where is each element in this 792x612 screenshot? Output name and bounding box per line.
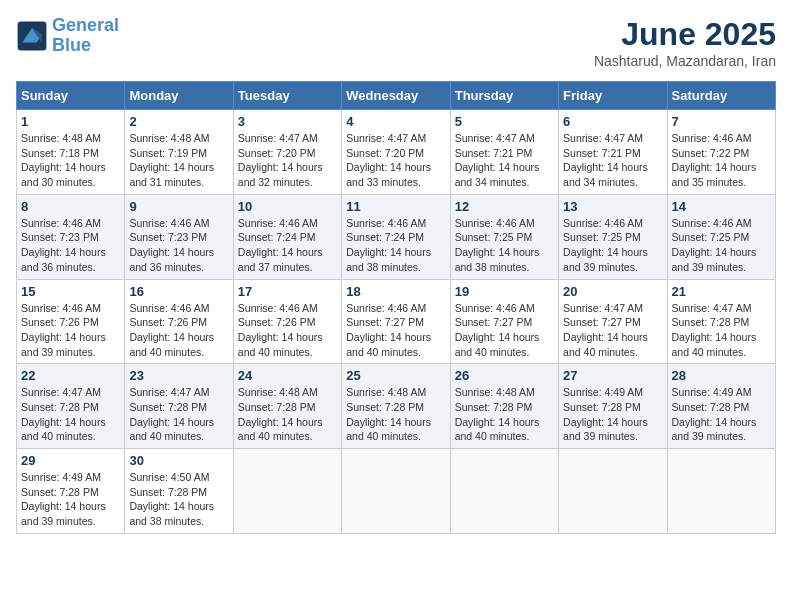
day-info: Sunrise: 4:47 AM Sunset: 7:21 PM Dayligh…	[563, 131, 662, 190]
day-number: 24	[238, 368, 337, 383]
weekday-header-thursday: Thursday	[450, 82, 558, 110]
calendar-day-23: 23Sunrise: 4:47 AM Sunset: 7:28 PM Dayli…	[125, 364, 233, 449]
calendar-day-26: 26Sunrise: 4:48 AM Sunset: 7:28 PM Dayli…	[450, 364, 558, 449]
day-number: 10	[238, 199, 337, 214]
day-number: 13	[563, 199, 662, 214]
day-info: Sunrise: 4:46 AM Sunset: 7:22 PM Dayligh…	[672, 131, 771, 190]
calendar-day-7: 7Sunrise: 4:46 AM Sunset: 7:22 PM Daylig…	[667, 110, 775, 195]
day-number: 14	[672, 199, 771, 214]
day-number: 20	[563, 284, 662, 299]
day-number: 23	[129, 368, 228, 383]
day-number: 12	[455, 199, 554, 214]
weekday-header-saturday: Saturday	[667, 82, 775, 110]
logo-text: General Blue	[52, 16, 119, 56]
calendar-day-13: 13Sunrise: 4:46 AM Sunset: 7:25 PM Dayli…	[559, 194, 667, 279]
day-info: Sunrise: 4:49 AM Sunset: 7:28 PM Dayligh…	[563, 385, 662, 444]
empty-cell	[342, 449, 450, 534]
day-info: Sunrise: 4:46 AM Sunset: 7:25 PM Dayligh…	[455, 216, 554, 275]
weekday-header-tuesday: Tuesday	[233, 82, 341, 110]
day-info: Sunrise: 4:47 AM Sunset: 7:27 PM Dayligh…	[563, 301, 662, 360]
weekday-header-sunday: Sunday	[17, 82, 125, 110]
weekday-header-monday: Monday	[125, 82, 233, 110]
calendar-day-29: 29Sunrise: 4:49 AM Sunset: 7:28 PM Dayli…	[17, 449, 125, 534]
day-info: Sunrise: 4:47 AM Sunset: 7:28 PM Dayligh…	[672, 301, 771, 360]
day-info: Sunrise: 4:46 AM Sunset: 7:25 PM Dayligh…	[563, 216, 662, 275]
day-info: Sunrise: 4:46 AM Sunset: 7:26 PM Dayligh…	[129, 301, 228, 360]
calendar-day-9: 9Sunrise: 4:46 AM Sunset: 7:23 PM Daylig…	[125, 194, 233, 279]
day-number: 26	[455, 368, 554, 383]
calendar-day-10: 10Sunrise: 4:46 AM Sunset: 7:24 PM Dayli…	[233, 194, 341, 279]
calendar-day-30: 30Sunrise: 4:50 AM Sunset: 7:28 PM Dayli…	[125, 449, 233, 534]
day-number: 9	[129, 199, 228, 214]
calendar-day-2: 2Sunrise: 4:48 AM Sunset: 7:19 PM Daylig…	[125, 110, 233, 195]
calendar-day-18: 18Sunrise: 4:46 AM Sunset: 7:27 PM Dayli…	[342, 279, 450, 364]
empty-cell	[559, 449, 667, 534]
day-number: 1	[21, 114, 120, 129]
day-number: 19	[455, 284, 554, 299]
calendar-day-8: 8Sunrise: 4:46 AM Sunset: 7:23 PM Daylig…	[17, 194, 125, 279]
day-info: Sunrise: 4:46 AM Sunset: 7:23 PM Dayligh…	[21, 216, 120, 275]
logo: General Blue	[16, 16, 119, 56]
calendar-day-3: 3Sunrise: 4:47 AM Sunset: 7:20 PM Daylig…	[233, 110, 341, 195]
calendar-day-17: 17Sunrise: 4:46 AM Sunset: 7:26 PM Dayli…	[233, 279, 341, 364]
day-number: 28	[672, 368, 771, 383]
page-header: General Blue June 2025 Nashtarud, Mazand…	[16, 16, 776, 69]
day-number: 21	[672, 284, 771, 299]
day-number: 5	[455, 114, 554, 129]
logo-icon	[16, 20, 48, 52]
month-title: June 2025	[594, 16, 776, 53]
day-info: Sunrise: 4:46 AM Sunset: 7:27 PM Dayligh…	[455, 301, 554, 360]
calendar-day-28: 28Sunrise: 4:49 AM Sunset: 7:28 PM Dayli…	[667, 364, 775, 449]
weekday-header-friday: Friday	[559, 82, 667, 110]
day-info: Sunrise: 4:48 AM Sunset: 7:18 PM Dayligh…	[21, 131, 120, 190]
day-info: Sunrise: 4:47 AM Sunset: 7:20 PM Dayligh…	[346, 131, 445, 190]
day-info: Sunrise: 4:46 AM Sunset: 7:24 PM Dayligh…	[238, 216, 337, 275]
day-info: Sunrise: 4:46 AM Sunset: 7:27 PM Dayligh…	[346, 301, 445, 360]
calendar-day-27: 27Sunrise: 4:49 AM Sunset: 7:28 PM Dayli…	[559, 364, 667, 449]
day-info: Sunrise: 4:49 AM Sunset: 7:28 PM Dayligh…	[672, 385, 771, 444]
day-number: 4	[346, 114, 445, 129]
day-number: 29	[21, 453, 120, 468]
calendar-day-4: 4Sunrise: 4:47 AM Sunset: 7:20 PM Daylig…	[342, 110, 450, 195]
day-info: Sunrise: 4:48 AM Sunset: 7:28 PM Dayligh…	[346, 385, 445, 444]
weekday-header-wednesday: Wednesday	[342, 82, 450, 110]
day-info: Sunrise: 4:49 AM Sunset: 7:28 PM Dayligh…	[21, 470, 120, 529]
day-info: Sunrise: 4:47 AM Sunset: 7:28 PM Dayligh…	[21, 385, 120, 444]
day-info: Sunrise: 4:50 AM Sunset: 7:28 PM Dayligh…	[129, 470, 228, 529]
day-number: 6	[563, 114, 662, 129]
day-number: 18	[346, 284, 445, 299]
day-info: Sunrise: 4:47 AM Sunset: 7:21 PM Dayligh…	[455, 131, 554, 190]
day-info: Sunrise: 4:46 AM Sunset: 7:24 PM Dayligh…	[346, 216, 445, 275]
day-info: Sunrise: 4:48 AM Sunset: 7:19 PM Dayligh…	[129, 131, 228, 190]
day-number: 22	[21, 368, 120, 383]
calendar-day-6: 6Sunrise: 4:47 AM Sunset: 7:21 PM Daylig…	[559, 110, 667, 195]
calendar-day-21: 21Sunrise: 4:47 AM Sunset: 7:28 PM Dayli…	[667, 279, 775, 364]
empty-cell	[450, 449, 558, 534]
calendar-day-19: 19Sunrise: 4:46 AM Sunset: 7:27 PM Dayli…	[450, 279, 558, 364]
day-info: Sunrise: 4:47 AM Sunset: 7:28 PM Dayligh…	[129, 385, 228, 444]
day-number: 16	[129, 284, 228, 299]
title-block: June 2025 Nashtarud, Mazandaran, Iran	[594, 16, 776, 69]
calendar-day-24: 24Sunrise: 4:48 AM Sunset: 7:28 PM Dayli…	[233, 364, 341, 449]
calendar-day-22: 22Sunrise: 4:47 AM Sunset: 7:28 PM Dayli…	[17, 364, 125, 449]
day-number: 17	[238, 284, 337, 299]
day-info: Sunrise: 4:46 AM Sunset: 7:25 PM Dayligh…	[672, 216, 771, 275]
day-number: 11	[346, 199, 445, 214]
empty-cell	[667, 449, 775, 534]
calendar-day-5: 5Sunrise: 4:47 AM Sunset: 7:21 PM Daylig…	[450, 110, 558, 195]
day-info: Sunrise: 4:46 AM Sunset: 7:26 PM Dayligh…	[238, 301, 337, 360]
calendar-day-1: 1Sunrise: 4:48 AM Sunset: 7:18 PM Daylig…	[17, 110, 125, 195]
calendar-day-11: 11Sunrise: 4:46 AM Sunset: 7:24 PM Dayli…	[342, 194, 450, 279]
calendar-day-14: 14Sunrise: 4:46 AM Sunset: 7:25 PM Dayli…	[667, 194, 775, 279]
day-info: Sunrise: 4:46 AM Sunset: 7:23 PM Dayligh…	[129, 216, 228, 275]
calendar-day-25: 25Sunrise: 4:48 AM Sunset: 7:28 PM Dayli…	[342, 364, 450, 449]
calendar-day-16: 16Sunrise: 4:46 AM Sunset: 7:26 PM Dayli…	[125, 279, 233, 364]
empty-cell	[233, 449, 341, 534]
calendar-day-20: 20Sunrise: 4:47 AM Sunset: 7:27 PM Dayli…	[559, 279, 667, 364]
day-info: Sunrise: 4:48 AM Sunset: 7:28 PM Dayligh…	[238, 385, 337, 444]
day-number: 8	[21, 199, 120, 214]
calendar: SundayMondayTuesdayWednesdayThursdayFrid…	[16, 81, 776, 534]
day-number: 25	[346, 368, 445, 383]
calendar-day-12: 12Sunrise: 4:46 AM Sunset: 7:25 PM Dayli…	[450, 194, 558, 279]
day-number: 3	[238, 114, 337, 129]
